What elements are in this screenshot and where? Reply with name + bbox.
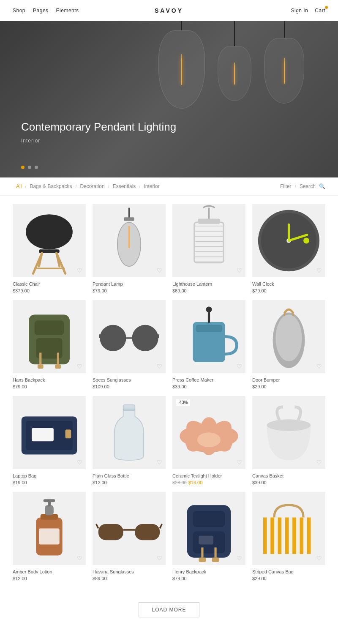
wishlist-icon[interactable]: ♡ xyxy=(77,555,82,562)
wishlist-icon[interactable]: ♡ xyxy=(316,363,322,370)
svg-line-5 xyxy=(57,253,60,266)
nav-pages[interactable]: Pages xyxy=(33,8,49,14)
hero-dot-2[interactable] xyxy=(28,166,31,169)
wishlist-icon[interactable]: ♡ xyxy=(77,267,82,274)
product-name: Henry Backpack xyxy=(172,569,245,574)
product-card[interactable]: ♡ Lighthouse Lantern $69.00 xyxy=(172,204,245,293)
wishlist-icon[interactable]: ♡ xyxy=(316,459,322,466)
lamp-left xyxy=(218,21,251,101)
wishlist-icon[interactable]: ♡ xyxy=(237,363,242,370)
product-card[interactable]: ♡ Henry Backpack $79.00 xyxy=(172,492,245,581)
hero-background: Contemporary Pendant Lighting Interior xyxy=(0,21,338,177)
product-card[interactable]: ♡ Havana Sunglasses $89.00 xyxy=(93,492,166,581)
product-card[interactable]: -43% ♡ Ceramic Tealight Holder $28.00$16… xyxy=(172,396,245,485)
wishlist-icon[interactable]: ♡ xyxy=(77,459,82,466)
svg-line-73 xyxy=(96,524,98,528)
svg-rect-86 xyxy=(278,518,282,554)
svg-line-4 xyxy=(39,253,42,266)
hero-section: Contemporary Pendant Lighting Interior xyxy=(0,21,338,177)
site-logo[interactable]: SAVOY xyxy=(155,7,183,14)
svg-rect-70 xyxy=(98,524,123,540)
svg-rect-88 xyxy=(292,518,296,554)
svg-rect-79 xyxy=(212,558,219,562)
svg-rect-85 xyxy=(270,518,274,554)
filter-label[interactable]: Filter xyxy=(280,183,292,189)
product-price: $39.00 xyxy=(252,480,325,485)
product-name: Havana Sunglasses xyxy=(93,569,166,574)
product-price: $79.00 xyxy=(252,288,325,293)
product-price: $79.00 xyxy=(93,288,166,293)
hero-dots xyxy=(21,166,38,169)
product-card[interactable]: ♡ Door Bumper $29.00 xyxy=(252,300,325,389)
search-icon[interactable]: 🔍 xyxy=(319,183,325,189)
category-filter: All / Bags & Backpacks / Decoration / Es… xyxy=(13,183,163,189)
cat-all[interactable]: All xyxy=(13,183,25,189)
svg-rect-90 xyxy=(307,518,311,554)
nav-shop[interactable]: Shop xyxy=(13,8,25,14)
load-more-button[interactable]: Load More xyxy=(139,602,199,617)
product-grid: ♡ Classic Chair $379.00 ♡ Pendant Lamp $… xyxy=(0,196,338,589)
cat-essentials[interactable]: Essentials xyxy=(109,183,139,189)
product-name: Wall Clock xyxy=(252,281,325,287)
svg-rect-50 xyxy=(65,430,71,439)
wishlist-icon[interactable]: ♡ xyxy=(237,267,242,274)
cat-decoration[interactable]: Decoration xyxy=(77,183,108,189)
svg-rect-41 xyxy=(196,325,222,332)
product-price: $12.00 xyxy=(13,576,86,581)
wishlist-icon[interactable]: ♡ xyxy=(77,363,82,370)
svg-point-36 xyxy=(132,325,158,351)
product-price: $109.00 xyxy=(93,384,166,389)
product-image: ♡ xyxy=(252,204,325,277)
product-card[interactable]: ♡ Specs Sunglasses $109.00 xyxy=(93,300,166,389)
product-name: Hans Backpack xyxy=(13,377,86,382)
svg-rect-20 xyxy=(198,219,220,224)
product-name: Lighthouse Lantern xyxy=(172,281,245,287)
product-card[interactable]: ♡ Wall Clock $79.00 xyxy=(252,204,325,293)
product-image: ♡ xyxy=(93,204,166,277)
product-image: ♡ xyxy=(172,204,245,277)
product-image: ♡ xyxy=(93,300,166,373)
product-image: ♡ xyxy=(93,492,166,565)
cat-interior[interactable]: Interior xyxy=(140,183,163,189)
wishlist-icon[interactable]: ♡ xyxy=(237,555,242,562)
svg-rect-32 xyxy=(55,364,61,368)
product-card[interactable]: ♡ Laptop Bag $19.00 xyxy=(13,396,86,485)
product-name: Plain Glass Bottle xyxy=(93,473,166,478)
nav-elements[interactable]: Elements xyxy=(56,8,79,14)
product-image: ♡ xyxy=(13,300,86,373)
wishlist-icon[interactable]: ♡ xyxy=(157,459,162,466)
wishlist-icon[interactable]: ♡ xyxy=(157,267,162,274)
wishlist-icon[interactable]: ♡ xyxy=(157,363,162,370)
product-card[interactable]: ♡ Amber Body Lotion $12.00 xyxy=(13,492,86,581)
product-card[interactable]: ♡ Canvas Basket $39.00 xyxy=(252,396,325,485)
cart-link[interactable]: Cart xyxy=(315,8,325,14)
product-price: $29.00 xyxy=(252,576,325,581)
svg-rect-76 xyxy=(193,511,225,527)
wishlist-icon[interactable]: ♡ xyxy=(316,555,322,562)
product-card[interactable]: ♡ Plain Glass Bottle $12.00 xyxy=(93,396,166,485)
filter-right: Filter / Search 🔍 xyxy=(280,183,325,189)
svg-point-62 xyxy=(197,433,221,448)
svg-rect-82 xyxy=(199,536,213,545)
svg-rect-89 xyxy=(300,518,303,554)
wishlist-icon[interactable]: ♡ xyxy=(316,267,322,274)
product-card[interactable]: ♡ Hans Backpack $79.00 xyxy=(13,300,86,389)
product-image: ♡ xyxy=(13,492,86,565)
product-card[interactable]: ♡ Classic Chair $379.00 xyxy=(13,204,86,293)
product-name: Specs Sunglasses xyxy=(93,377,166,382)
sign-in-link[interactable]: Sign In xyxy=(291,8,308,14)
product-card[interactable]: ♡ Press Coffee Maker $39.00 xyxy=(172,300,245,389)
product-card[interactable]: ♡ Pendant Lamp $79.00 xyxy=(93,204,166,293)
search-label[interactable]: Search xyxy=(300,183,316,189)
cat-bags[interactable]: Bags & Backpacks xyxy=(26,183,75,189)
hero-dot-1[interactable] xyxy=(21,166,25,169)
svg-rect-52 xyxy=(123,405,135,411)
header-right: Sign In Cart xyxy=(291,8,325,14)
product-card[interactable]: ♡ Striped Canvas Bag $29.00 xyxy=(252,492,325,581)
hero-dot-3[interactable] xyxy=(35,166,38,169)
hero-subtitle: Interior xyxy=(21,138,176,144)
product-name: Press Coffee Maker xyxy=(172,377,245,382)
svg-rect-84 xyxy=(263,518,267,554)
wishlist-icon[interactable]: ♡ xyxy=(157,555,162,562)
wishlist-icon[interactable]: ♡ xyxy=(237,459,242,466)
